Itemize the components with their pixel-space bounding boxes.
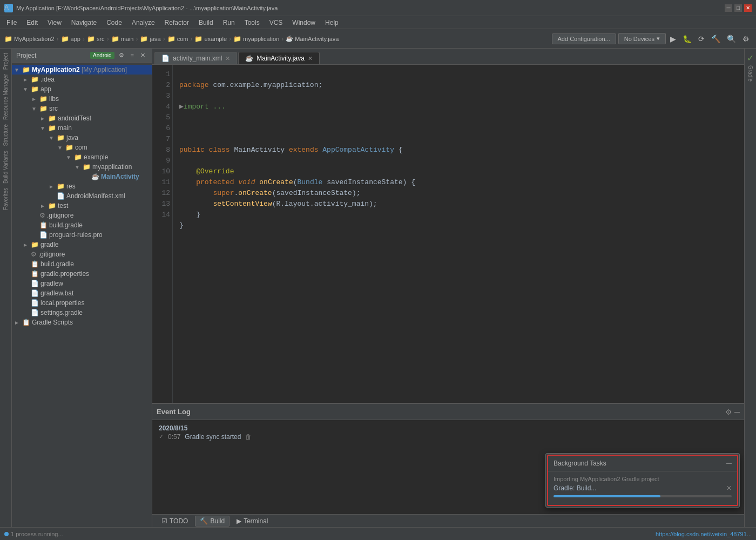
left-side-strip: Project Resource Manager Structure Build… (0, 49, 12, 527)
project-close-icon[interactable]: ✕ (138, 51, 147, 60)
tree-item-test[interactable]: ► 📁 test (12, 201, 152, 211)
breadcrumb-example[interactable]: 📁 example (194, 35, 227, 43)
tree-item-src[interactable]: ▼ 📁 src (12, 104, 152, 113)
breadcrumb-project[interactable]: 📁 MyApplication2 (4, 35, 55, 43)
bg-tasks-close-button[interactable]: ─ (726, 459, 732, 468)
project-panel-header: Project Android ⚙ ≡ ✕ (12, 49, 152, 63)
breadcrumb-app[interactable]: 📁 app (61, 35, 80, 43)
tree-item-mainactivity[interactable]: ► ☕ MainActivity (12, 172, 152, 181)
window-title: My Application [E:\WorkSpaces\AndroidPro… (16, 5, 725, 11)
add-configuration-button[interactable]: Add Configuration... (552, 33, 616, 44)
tree-item-local-properties[interactable]: ► 📄 local.properties (12, 298, 152, 308)
tree-item-res[interactable]: ► 📁 res (12, 181, 152, 191)
sync-button[interactable]: ⟳ (696, 33, 707, 44)
menu-file[interactable]: File (2, 18, 21, 28)
breadcrumb-main[interactable]: 📁 main (111, 35, 134, 43)
search-everywhere-button[interactable]: 🔍 (725, 33, 738, 44)
tree-item-proguard[interactable]: ► 📄 proguard-rules.pro (12, 230, 152, 240)
menu-tools[interactable]: Tools (240, 18, 264, 28)
menu-help[interactable]: Help (321, 18, 343, 28)
breadcrumb-java[interactable]: 📁 java (140, 35, 160, 43)
close-button[interactable]: ✕ (744, 4, 752, 12)
event-log-title: Event Log (157, 408, 191, 416)
close-java-tab[interactable]: ✕ (308, 55, 313, 62)
menu-edit[interactable]: Edit (22, 18, 42, 28)
project-settings-icon[interactable]: ⚙ (117, 51, 126, 60)
tree-item-gitignore-app[interactable]: ► ⚙ .gitignore (12, 211, 152, 220)
tree-item-build-gradle-app[interactable]: ► 📋 build.gradle (12, 220, 152, 230)
menu-code[interactable]: Code (102, 18, 126, 28)
tree-item-gradlew-bat[interactable]: ► 📄 gradlew.bat (12, 288, 152, 298)
code-content[interactable]: package com.example.myapplication; ▶impo… (173, 65, 744, 403)
tree-item-androidmanifest[interactable]: ► 📄 AndroidManifest.xml (12, 191, 152, 201)
sidebar-item-gradle[interactable]: Gradle (746, 63, 754, 84)
log-check-icon: ✓ (159, 433, 164, 440)
debug-button[interactable]: 🐛 (680, 33, 694, 44)
menu-refactor[interactable]: Refactor (160, 18, 193, 28)
build-button[interactable]: 🔨 (709, 33, 723, 44)
tree-item-androidtest[interactable]: ► 📁 androidTest (12, 113, 152, 123)
minimize-button[interactable]: ─ (725, 4, 732, 12)
breadcrumb-src[interactable]: 📁 src (87, 35, 105, 43)
progress-bar-fill (554, 495, 660, 497)
tree-item-libs[interactable]: ► 📁 libs (12, 94, 152, 104)
android-badge[interactable]: Android (90, 52, 114, 59)
tree-item-main[interactable]: ▼ 📁 main (12, 123, 152, 133)
delete-log-icon[interactable]: 🗑 (245, 433, 252, 441)
sidebar-item-structure[interactable]: Structure (2, 122, 10, 148)
project-options-icon[interactable]: ≡ (129, 51, 136, 60)
menu-view[interactable]: View (43, 18, 66, 28)
tree-item-build-gradle-root[interactable]: ► 📋 build.gradle (12, 259, 152, 269)
tab-terminal[interactable]: ▶ Terminal (232, 516, 273, 526)
settings-button[interactable]: ⚙ (740, 33, 752, 44)
sidebar-item-project[interactable]: Project (2, 51, 10, 72)
tab-mainactivity-java[interactable]: ☕ MainActivity.java ✕ (238, 52, 319, 64)
breadcrumb-myapplication[interactable]: 📁 myapplication (233, 35, 279, 43)
tree-item-idea[interactable]: ► 📁 .idea (12, 75, 152, 84)
run-button[interactable]: ▶ (668, 33, 678, 44)
status-url[interactable]: https://blog.csdn.net/weixin_48791... (656, 531, 752, 537)
tree-item-settings-gradle[interactable]: ► 📄 settings.gradle (12, 308, 152, 318)
menu-navigate[interactable]: Navigate (67, 18, 101, 28)
menu-run[interactable]: Run (219, 18, 239, 28)
devices-dropdown[interactable]: No Devices ▾ (618, 33, 666, 44)
process-indicator (4, 532, 9, 536)
tree-item-gradle-scripts[interactable]: ► 📋 Gradle Scripts (12, 318, 152, 327)
tree-item-gradle-properties[interactable]: ► 📋 gradle.properties (12, 269, 152, 279)
menu-build[interactable]: Build (194, 18, 218, 28)
terminal-icon: ▶ (237, 517, 241, 525)
tab-todo[interactable]: ☑ TODO (157, 516, 193, 526)
panel-minimize-icon[interactable]: ─ (734, 408, 740, 416)
tree-item-myapplication2[interactable]: ▼ 📁 MyApplication2 [My Application] (12, 65, 152, 75)
tree-item-com[interactable]: ▼ 📁 com (12, 143, 152, 152)
bg-cancel-button[interactable]: ✕ (726, 484, 732, 492)
tree-item-app[interactable]: ▼ 📁 app (12, 84, 152, 94)
breadcrumb-com[interactable]: 📁 com (167, 35, 188, 43)
sidebar-item-favorites[interactable]: Favorites (2, 186, 10, 212)
tree-item-myapplication-pkg[interactable]: ▼ 📁 myapplication (12, 162, 152, 172)
tab-build[interactable]: 🔨 Build (195, 516, 230, 526)
bg-task-description: Importing MyApplication2 Gradle project (554, 476, 732, 482)
checkmark-icon: ✓ (747, 53, 754, 63)
menu-vcs[interactable]: VCS (265, 18, 287, 28)
sidebar-item-resource-manager[interactable]: Resource Manager (2, 72, 10, 122)
breadcrumb-mainactivity[interactable]: ☕ MainActivity.java (286, 35, 339, 42)
close-xml-tab[interactable]: ✕ (225, 55, 230, 62)
menu-analyze[interactable]: Analyze (127, 18, 159, 28)
menu-window[interactable]: Window (288, 18, 320, 28)
right-side-strip: ✓ Gradle (744, 49, 756, 527)
panel-settings-icon[interactable]: ⚙ (725, 408, 732, 416)
tab-activity-main-xml[interactable]: 📄 activity_main.xml ✕ (154, 52, 237, 64)
tree-item-gitignore-root[interactable]: ► ⚙ .gitignore (12, 249, 152, 259)
tree-item-java[interactable]: ▼ 📁 java (12, 133, 152, 143)
tree-item-gradlew[interactable]: ► 📄 gradlew (12, 279, 152, 288)
maximize-button[interactable]: □ (734, 4, 742, 12)
progress-bar-container (554, 495, 732, 497)
project-panel: Project Android ⚙ ≡ ✕ ▼ 📁 MyApplication2… (12, 49, 152, 527)
devices-label: No Devices (624, 36, 654, 42)
tree-item-example[interactable]: ▼ 📁 example (12, 152, 152, 162)
tree-item-gradle[interactable]: ► 📁 gradle (12, 240, 152, 249)
sidebar-item-build-variants[interactable]: Build Variants (2, 148, 10, 186)
window-controls: ─ □ ✕ (725, 4, 752, 12)
log-time: 0:57 (168, 433, 180, 441)
